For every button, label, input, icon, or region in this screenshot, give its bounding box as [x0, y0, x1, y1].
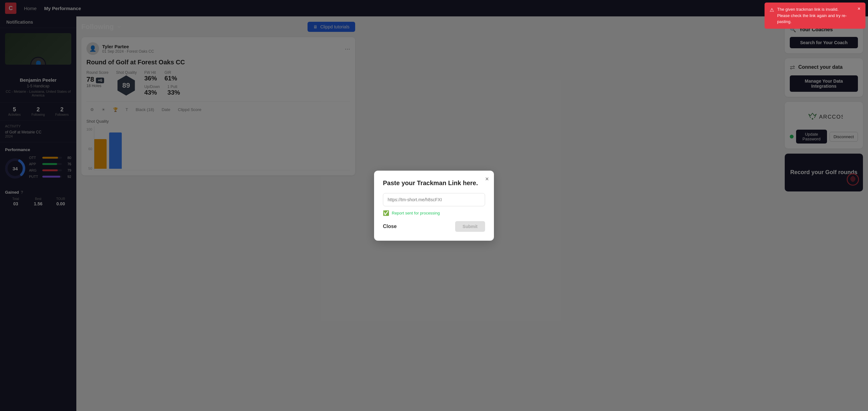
- trackman-link-input[interactable]: [383, 193, 485, 206]
- trackman-modal: Paste your Trackman Link here. × ✅ Repor…: [374, 171, 494, 241]
- warning-icon: ⚠: [770, 6, 774, 14]
- modal-footer: Close Submit: [383, 221, 485, 232]
- check-icon: ✅: [383, 210, 389, 216]
- modal-title: Paste your Trackman Link here.: [383, 180, 485, 187]
- modal-close-button[interactable]: Close: [383, 224, 397, 229]
- modal-success-message: ✅ Report sent for processing: [383, 210, 485, 216]
- toast-message: The given trackman link is invalid. Plea…: [777, 6, 852, 25]
- toast-close-button[interactable]: ×: [858, 6, 861, 11]
- modal-submit-button[interactable]: Submit: [455, 221, 485, 232]
- error-toast: ⚠ The given trackman link is invalid. Pl…: [765, 2, 866, 29]
- modal-overlay[interactable]: Paste your Trackman Link here. × ✅ Repor…: [0, 0, 868, 411]
- modal-close-x-button[interactable]: ×: [485, 176, 489, 182]
